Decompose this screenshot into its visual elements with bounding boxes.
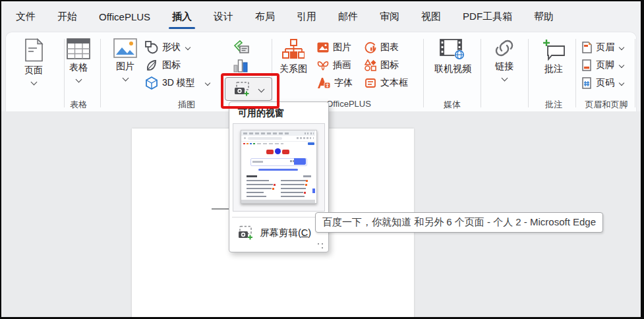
page-number-icon [581,77,592,89]
table-icon [67,38,90,59]
op-icons-button[interactable]: 图标 [365,57,399,73]
3d-model-icon [145,76,158,90]
footer-icon [581,59,592,71]
op-textbox-label: 文本框 [380,77,408,89]
footer-button[interactable]: 页脚 [581,57,624,73]
comment-button[interactable]: 批注 [532,38,575,75]
op-chart-button[interactable]: 图表 [365,40,399,55]
document-line [212,208,229,210]
tab-layout[interactable]: 布局 [255,11,275,23]
tooltip: 百度一下，你就知道 和另外 6 个页面 - 个人 2 - Microsoft E… [315,212,603,233]
chevron-down-icon [185,45,190,50]
screen-clipping-icon [238,225,254,240]
chevron-down-icon [122,75,129,82]
textbox-icon [365,78,376,88]
screenshot-dropdown: 可用的视窗 [229,102,329,252]
browser-window-thumbnail [241,130,317,204]
op-textbox-button[interactable]: 文本框 [365,75,408,91]
picture-label: 图片 [116,61,134,72]
chevron-down-icon [619,80,624,86]
shapes-label: 形状 [162,42,181,53]
annotation-red-box [221,73,279,109]
header-button[interactable]: 页眉 [581,40,624,55]
pages-label: 页面 [24,65,43,76]
comment-label: 批注 [544,63,563,75]
picture-button[interactable]: 图片 [103,38,147,80]
link-icon [492,38,516,58]
screen-clipping-item[interactable]: 屏幕剪辑(C) [229,221,328,245]
chevron-down-icon [501,75,508,82]
available-windows-title: 可用的视窗 [238,107,284,119]
op-illustration-button[interactable]: 插画 [317,57,351,73]
op-icons-label: 图标 [380,59,399,71]
chevron-down-icon [30,79,37,86]
group-divider [635,39,635,107]
smartart-button[interactable] [233,40,249,55]
3d-model-button[interactable]: 3D 模型 [145,75,210,91]
butterfly-icon [317,59,329,71]
chevron-down-icon [205,80,210,86]
group-label-illustrations: 插图 [178,99,195,111]
tab-view[interactable]: 视图 [421,11,441,23]
op-picture-button[interactable]: 图片 [317,40,351,55]
icons-button[interactable]: 图标 [145,57,181,73]
smartart-icon [233,40,249,55]
chevron-down-icon [619,63,624,68]
baidu-logo-paw [275,148,281,154]
relationship-diagram-label: 关系图 [279,63,307,75]
baidu-logo [266,150,274,154]
shapes-button[interactable]: 形状 [145,40,190,55]
footer-label: 页脚 [596,59,614,71]
shapes-icon [145,41,158,54]
pages-button[interactable]: 页面 [12,38,55,84]
font-icon [317,77,330,89]
group-divider [528,39,529,107]
tab-review[interactable]: 审阅 [380,11,399,23]
page-number-button[interactable]: 页码 [581,75,624,91]
menu-bar: 文件 开始 OfficePLUS 插入 设计 布局 引用 邮件 审阅 视图 PD… [1,1,641,32]
page-icon [23,38,44,62]
chart-button[interactable] [233,57,249,73]
link-button[interactable]: 链接 [483,38,526,80]
group-divider [575,39,576,107]
accelerator-key: C [301,227,308,238]
window-thumbnail[interactable] [233,123,325,212]
op-font-label: 字体 [334,77,353,89]
comment-plus-icon [541,38,566,61]
chevron-down-icon [619,45,624,50]
online-video-label: 联机视频 [434,63,471,75]
tab-design[interactable]: 设计 [214,11,233,23]
op-font-button[interactable]: 字体 [317,75,353,91]
word-window: 文件 开始 OfficePLUS 插入 设计 布局 引用 邮件 审阅 视图 PD… [1,1,641,317]
baidu-search-button [294,158,306,165]
tab-officeplus[interactable]: OfficePLUS [99,11,150,22]
table-label: 表格 [69,62,88,74]
op-illustration-label: 插画 [333,59,351,71]
tab-home[interactable]: 开始 [57,11,77,23]
resize-grip[interactable] [318,243,324,248]
tab-file[interactable]: 文件 [16,11,36,23]
op-picture-icon [317,42,329,53]
tab-mailings[interactable]: 邮件 [338,11,358,23]
dropdown-separator [232,217,326,218]
icons-icon [145,59,158,72]
tab-pdf-tools[interactable]: PDF工具箱 [463,11,512,23]
screen-clipping-label: 屏幕剪辑(C) [260,227,311,239]
op-picture-label: 图片 [333,42,351,53]
group-divider [481,39,481,107]
header-label: 页眉 [596,42,614,53]
tab-references[interactable]: 引用 [297,11,316,23]
group-label-officeplus: OfficePLUS [326,99,371,109]
relationship-diagram-button[interactable]: 关系图 [273,38,314,75]
online-video-button[interactable]: 联机视频 [426,38,479,75]
3d-model-label: 3D 模型 [162,77,195,89]
screenshot-frame: 文件 开始 OfficePLUS 插入 设计 布局 引用 邮件 审阅 视图 PD… [0,0,644,319]
group-divider [100,39,101,107]
chart-icon [233,58,249,72]
table-button[interactable]: 表格 [57,38,100,82]
tab-insert[interactable]: 插入 [172,11,192,23]
group-divider [423,39,424,107]
tab-help[interactable]: 帮助 [534,11,554,23]
page-number-label: 页码 [596,77,614,89]
pie-chart-icon [365,42,376,53]
